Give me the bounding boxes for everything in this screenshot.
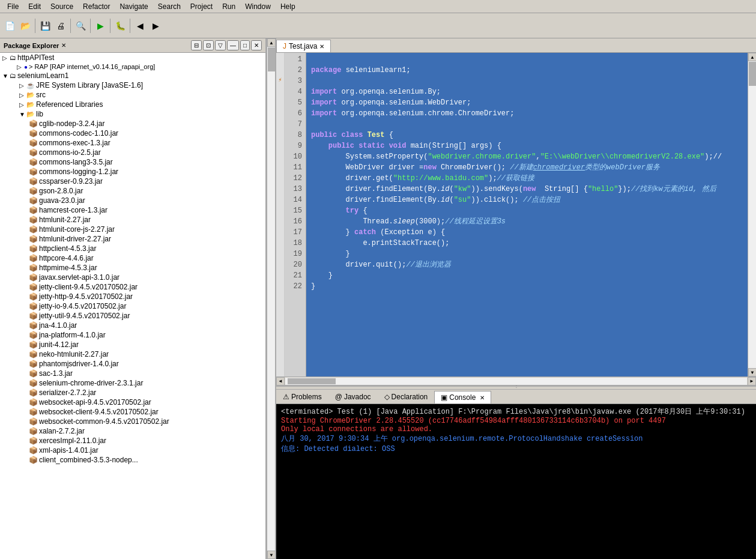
list-item[interactable]: 📦guava-23.0.jar — [0, 196, 265, 205]
list-item[interactable]: 📦client_combined-3.5.3-nodep... — [0, 455, 265, 465]
list-item[interactable]: 📦gson-2.8.0.jar — [0, 186, 265, 196]
list-item[interactable]: 📦httpmime-4.5.3.jar — [0, 263, 265, 273]
editor-scroll-up-button[interactable]: ▲ — [748, 53, 756, 61]
tree-item-lib[interactable]: ▼ 📂 lib — [0, 109, 265, 119]
scroll-thumb[interactable] — [268, 47, 275, 71]
tree-item-rap[interactable]: ▷ ● > RAP [RAP internet_v0.14.16_rapapi_… — [0, 62, 265, 71]
list-item[interactable]: 📦commons-codec-1.10.jar — [0, 128, 265, 138]
list-item[interactable]: 📦commons-lang3-3.5.jar — [0, 157, 265, 167]
open-button[interactable]: 📂 — [18, 19, 32, 33]
list-item[interactable]: 📦htmlunit-driver-2.27.jar — [0, 234, 265, 244]
close-console-icon[interactable]: ✕ — [480, 394, 485, 401]
list-item[interactable]: 📦commons-io-2.5.jar — [0, 148, 265, 157]
list-item[interactable]: 📦websocket-common-9.4.5.v20170502.jar — [0, 417, 265, 426]
menu-help[interactable]: Help — [276, 1, 300, 12]
line-marker-cell — [276, 193, 284, 204]
project-icon-httpAPITest: 🗂 — [10, 54, 16, 61]
list-item[interactable]: 📦jetty-client-9.4.5.v20170502.jar — [0, 282, 265, 292]
editor-scroll-down-button[interactable]: ▼ — [748, 368, 756, 376]
save-button[interactable]: 💾 — [38, 19, 52, 33]
scroll-up-button[interactable]: ▲ — [267, 38, 276, 47]
menu-navigate[interactable]: Navigate — [115, 1, 153, 12]
jar-label: jetty-client-9.4.5.v20170502.jar — [39, 283, 138, 291]
list-item[interactable]: 📦htmlunit-2.27.jar — [0, 215, 265, 225]
maximize-button[interactable]: □ — [240, 40, 250, 50]
link-with-editor-button[interactable]: ⊡ — [203, 40, 214, 50]
menu-project[interactable]: Project — [186, 1, 217, 12]
editor-vertical-scrollbar[interactable]: ▲ ▼ — [748, 53, 756, 376]
minimize-button[interactable]: — — [227, 40, 239, 50]
tab-console[interactable]: ▣ Console ✕ — [434, 391, 491, 403]
editor-scroll-thumb[interactable] — [749, 62, 756, 86]
search-button[interactable]: 🔍 — [73, 19, 88, 33]
print-button[interactable]: 🖨 — [53, 19, 68, 33]
hscroll-right-button[interactable]: ▶ — [748, 377, 756, 385]
tree-item-referencedLibraries[interactable]: ▷ 📂 Referenced Libraries — [0, 100, 265, 109]
menu-run[interactable]: Run — [217, 1, 240, 12]
list-item[interactable]: 📦websocket-client-9.4.5.v20170502.jar — [0, 407, 265, 417]
new-button[interactable]: 📄 — [2, 19, 17, 33]
list-item[interactable]: 📦xalan-2.7.2.jar — [0, 426, 265, 436]
list-item[interactable]: 📦httpcore-4.4.6.jar — [0, 253, 265, 263]
console-output: <terminated> Test (1) [Java Application]… — [276, 404, 756, 559]
menu-search[interactable]: Search — [153, 1, 186, 12]
debug-button[interactable]: 🐛 — [113, 19, 127, 33]
scroll-track[interactable] — [267, 47, 275, 551]
list-item[interactable]: 📦jna-4.1.0.jar — [0, 321, 265, 330]
menu-refactor[interactable]: Refactor — [78, 1, 115, 12]
editor-horizontal-scrollbar[interactable]: ◀ ▶ — [276, 376, 756, 385]
list-item[interactable]: 📦javax.servlet-api-3.1.0.jar — [0, 273, 265, 282]
menu-edit[interactable]: Edit — [23, 1, 46, 12]
list-item[interactable]: 📦cglib-nodep-3.2.4.jar — [0, 119, 265, 128]
left-vertical-scrollbar[interactable]: ▲ ▼ — [267, 38, 275, 559]
menu-source[interactable]: Source — [46, 1, 78, 12]
menu-window[interactable]: Window — [240, 1, 276, 12]
jar-label: htmlunit-2.27.jar — [39, 216, 91, 224]
tree-item-seleniumLearn1[interactable]: ▼ 🗂 seleniumLearn1 — [0, 71, 265, 80]
tree-item-jre[interactable]: ▷ ☕ JRE System Library [JavaSE-1.6] — [0, 80, 265, 90]
list-item[interactable]: 📦cssparser-0.9.23.jar — [0, 177, 265, 186]
next-button[interactable]: ▶ — [148, 19, 163, 33]
editor-scroll-track[interactable] — [748, 61, 756, 368]
list-item[interactable]: 📦jetty-http-9.4.5.v20170502.jar — [0, 292, 265, 301]
list-item[interactable]: 📦jetty-util-9.4.5.v20170502.jar — [0, 311, 265, 321]
list-item[interactable]: 📦commons-exec-1.3.jar — [0, 138, 265, 148]
tab-problems[interactable]: ⚠ Problems — [276, 390, 328, 403]
hscroll-thumb[interactable] — [288, 378, 336, 384]
list-item[interactable]: 📦phantomjsdriver-1.4.0.jar — [0, 359, 265, 369]
list-item[interactable]: 📦serializer-2.7.2.jar — [0, 388, 265, 397]
menu-file[interactable]: File — [2, 1, 23, 12]
list-item[interactable]: 📦xercesImpl-2.11.0.jar — [0, 436, 265, 446]
list-item[interactable]: 📦websocket-api-9.4.5.v20170502.jar — [0, 397, 265, 407]
close-tab-icon[interactable]: ✕ — [319, 43, 324, 50]
tab-test-java[interactable]: J Test.java ✕ — [276, 40, 331, 52]
list-item[interactable]: 📦jna-platform-4.1.0.jar — [0, 330, 265, 340]
list-item[interactable]: 📦junit-4.12.jar — [0, 340, 265, 349]
tab-declaration[interactable]: ◇ Declaration — [378, 390, 435, 403]
close-explorer-button[interactable]: ✕ — [251, 40, 262, 50]
list-item[interactable]: 📦htmlunit-core-js-2.27.jar — [0, 225, 265, 234]
tree-item-src[interactable]: ▷ 📂 src — [0, 90, 265, 100]
explorer-tree[interactable]: ▷ 🗂 httpAPITest ▷ ● > RAP [RAP internet_… — [0, 53, 265, 559]
hscroll-left-button[interactable]: ◀ — [276, 377, 285, 385]
list-item[interactable]: 📦selenium-chrome-driver-2.3.1.jar — [0, 378, 265, 388]
jar-icon: 📦 — [29, 292, 38, 301]
code-editor-content[interactable]: package seleniumlearn1; import org.openq… — [306, 53, 748, 376]
collapse-all-button[interactable]: ⊟ — [191, 40, 202, 50]
tree-item-httpAPITest[interactable]: ▷ 🗂 httpAPITest — [0, 53, 265, 62]
list-item[interactable]: 📦httpclient-4.5.3.jar — [0, 244, 265, 253]
jar-icon: 📦 — [29, 206, 38, 214]
run-button[interactable]: ▶ — [93, 19, 107, 33]
scroll-down-button[interactable]: ▼ — [267, 551, 276, 559]
list-item[interactable]: 📦neko-htmlunit-2.27.jar — [0, 349, 265, 359]
list-item[interactable]: 📦jetty-io-9.4.5.v20170502.jar — [0, 301, 265, 311]
toolbar-separator-5 — [130, 19, 130, 33]
list-item[interactable]: 📦commons-logging-1.2.jar — [0, 167, 265, 177]
view-menu-button[interactable]: ▽ — [215, 40, 226, 50]
list-item[interactable]: 📦hamcrest-core-1.3.jar — [0, 205, 265, 215]
list-item[interactable]: 📦sac-1.3.jar — [0, 369, 265, 378]
prev-button[interactable]: ◀ — [133, 19, 147, 33]
hscroll-track[interactable] — [285, 378, 747, 385]
tab-javadoc[interactable]: @ Javadoc — [328, 390, 378, 403]
list-item[interactable]: 📦xml-apis-1.4.01.jar — [0, 446, 265, 455]
